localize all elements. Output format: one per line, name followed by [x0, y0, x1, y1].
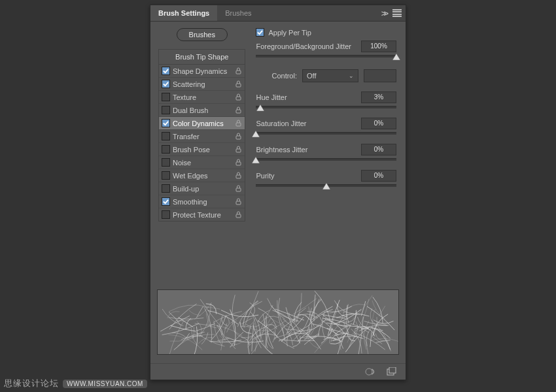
collapse-icon[interactable]: >>	[381, 8, 386, 18]
lock-icon[interactable]	[234, 146, 242, 153]
option-checkbox[interactable]	[162, 171, 170, 180]
lock-icon[interactable]	[234, 185, 242, 192]
fgbg-value[interactable]: 100%	[361, 41, 396, 52]
slider-thumb-icon[interactable]	[322, 183, 330, 189]
option-label: Brush Pose	[170, 146, 234, 154]
brush-tip-shape-item[interactable]: Brush Tip Shape	[159, 50, 245, 65]
fgbg-slider[interactable]	[256, 54, 396, 64]
apply-per-tip-checkbox[interactable]	[256, 28, 264, 37]
svg-rect-1	[236, 84, 241, 87]
slider-thumb-icon[interactable]	[252, 157, 260, 163]
option-checkbox[interactable]	[162, 210, 170, 219]
option-checkbox[interactable]	[162, 158, 170, 167]
option-row-shape-dynamics[interactable]: Shape Dynamics	[159, 65, 245, 78]
slider-thumb-icon[interactable]	[256, 105, 264, 111]
option-row-texture[interactable]: Texture	[159, 91, 245, 104]
watermark-text: 思缘设计论坛	[4, 378, 59, 389]
color-dynamics-settings: Apply Per Tip Foreground/Background Jitt…	[251, 22, 406, 295]
hue-label: Hue Jitter	[256, 93, 287, 101]
svg-rect-6	[236, 149, 241, 152]
option-row-noise[interactable]: Noise	[159, 156, 245, 169]
tab-bar: Brush Settings Brushes >>	[150, 5, 406, 22]
purity-slider[interactable]	[256, 183, 396, 193]
option-row-color-dynamics[interactable]: Color Dynamics	[159, 117, 245, 130]
option-row-protect-texture[interactable]: Protect Texture	[159, 208, 245, 221]
option-row-dual-brush[interactable]: Dual Brush	[159, 104, 245, 117]
option-label: Build-up	[170, 185, 234, 193]
option-label: Noise	[170, 159, 234, 167]
option-label: Transfer	[170, 133, 234, 140]
apply-per-tip-label: Apply Per Tip	[268, 29, 311, 37]
option-checkbox[interactable]	[162, 119, 170, 127]
control-select[interactable]: Off ⌄	[302, 69, 358, 82]
option-label: Protect Texture	[170, 211, 234, 219]
tab-brushes[interactable]: Brushes	[217, 5, 259, 21]
hue-value[interactable]: 3%	[361, 91, 396, 103]
option-checkbox[interactable]	[162, 67, 170, 75]
svg-rect-5	[236, 136, 241, 139]
panel-footer	[150, 363, 406, 380]
option-checkbox[interactable]	[162, 106, 170, 114]
lock-icon[interactable]	[234, 133, 242, 140]
svg-rect-3	[236, 110, 241, 113]
lock-icon[interactable]	[234, 120, 242, 127]
option-checkbox[interactable]	[162, 145, 170, 154]
chevron-down-icon: ⌄	[349, 73, 354, 79]
saturation-value[interactable]: 0%	[361, 118, 396, 129]
lock-icon[interactable]	[234, 67, 242, 74]
control-extra-field[interactable]	[364, 69, 396, 82]
option-label: Dual Brush	[170, 106, 234, 114]
control-label: Control:	[271, 72, 297, 80]
new-brush-icon[interactable]	[386, 367, 396, 376]
svg-rect-2	[236, 97, 241, 100]
lock-icon[interactable]	[234, 172, 242, 179]
brush-settings-panel: Brush Settings Brushes >> Brushes Brush …	[150, 5, 406, 380]
saturation-slider[interactable]	[256, 131, 396, 141]
option-checkbox[interactable]	[162, 132, 170, 140]
purity-label: Purity	[256, 172, 274, 180]
svg-rect-8	[236, 175, 241, 178]
svg-rect-11	[236, 214, 241, 218]
option-row-build-up[interactable]: Build-up	[159, 182, 245, 195]
option-row-wet-edges[interactable]: Wet Edges	[159, 169, 245, 182]
lock-icon[interactable]	[234, 93, 242, 101]
option-checkbox[interactable]	[162, 197, 170, 206]
option-checkbox[interactable]	[162, 184, 170, 193]
lock-icon[interactable]	[234, 198, 242, 205]
svg-rect-14	[389, 367, 396, 373]
panel-menu-icon[interactable]	[392, 9, 402, 17]
option-checkbox[interactable]	[162, 80, 170, 88]
toggle-preview-icon[interactable]	[365, 367, 377, 376]
lock-icon[interactable]	[234, 106, 242, 114]
purity-value[interactable]: 0%	[361, 170, 396, 182]
svg-rect-10	[236, 201, 241, 204]
svg-rect-4	[236, 123, 241, 126]
option-label: Texture	[170, 93, 234, 101]
brightness-value[interactable]: 0%	[361, 144, 396, 155]
tab-brush-settings[interactable]: Brush Settings	[150, 5, 217, 21]
option-label: Shape Dynamics	[170, 67, 234, 75]
svg-rect-0	[236, 71, 241, 74]
fgbg-label: Foreground/Background Jitter	[256, 42, 351, 50]
fgbg-field: Foreground/Background Jitter100%	[256, 41, 396, 64]
brushes-button[interactable]: Brushes	[177, 28, 228, 41]
control-value: Off	[307, 72, 316, 80]
hue-slider[interactable]	[256, 105, 396, 115]
option-row-brush-pose[interactable]: Brush Pose	[159, 143, 245, 156]
option-row-transfer[interactable]: Transfer	[159, 130, 245, 143]
saturation-field: Saturation Jitter0%	[256, 118, 396, 141]
option-label: Smoothing	[170, 198, 234, 206]
option-row-scattering[interactable]: Scattering	[159, 78, 245, 91]
slider-thumb-icon[interactable]	[252, 131, 260, 137]
svg-rect-9	[236, 188, 241, 191]
option-row-smoothing[interactable]: Smoothing	[159, 195, 245, 208]
option-checkbox[interactable]	[162, 93, 170, 101]
lock-icon[interactable]	[234, 159, 242, 166]
brush-option-list: Brush Tip Shape Shape DynamicsScattering…	[158, 49, 245, 221]
lock-icon[interactable]	[234, 80, 242, 88]
lock-icon[interactable]	[234, 211, 242, 218]
slider-thumb-icon[interactable]	[392, 54, 400, 60]
brightness-field: Brightness Jitter0%	[256, 144, 396, 167]
brightness-slider[interactable]	[256, 157, 396, 167]
watermark: 思缘设计论坛 WWW.MISSYUAN.COM	[4, 378, 147, 389]
